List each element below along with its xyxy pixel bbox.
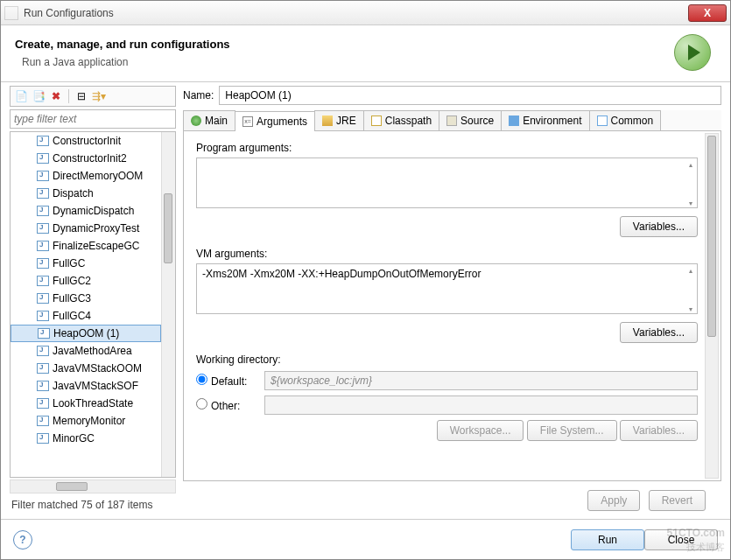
classpath-icon [371,116,382,126]
java-launch-icon [37,293,49,304]
new-config-icon[interactable]: 📄 [14,89,28,103]
left-toolbar: 📄 📑 ✖ ⊟ ⇶▾ [10,86,176,107]
tab-bar: Main x=Arguments JRE Classpath Source En… [183,110,721,131]
tree-item-label: FinalizeEscapeGC [53,240,139,252]
apply-button[interactable]: Apply [587,490,640,511]
vm-args-textarea[interactable] [196,263,698,314]
tree-item-label: FullGC4 [53,310,91,322]
tab-arguments[interactable]: x=Arguments [235,111,315,131]
workspace-button[interactable]: Workspace... [437,420,524,441]
tree-item-fullgc3[interactable]: FullGC3 [11,290,161,307]
tree-item-javamethodarea[interactable]: JavaMethodArea [11,342,161,360]
header-title: Create, manage, and run configurations [15,38,230,51]
java-launch-icon [37,416,49,426]
source-icon [446,116,457,126]
tree-item-dispatch[interactable]: Dispatch [11,185,161,202]
program-variables-button[interactable]: Variables... [620,216,698,237]
java-launch-icon [37,206,49,216]
footer: ? Run Close [1,519,730,559]
common-icon [597,116,608,126]
program-args-textarea[interactable] [196,158,698,208]
close-button[interactable]: Close [644,529,718,550]
tree-item-lookthreadstate[interactable]: LookThreadState [11,395,161,412]
revert-button[interactable]: Revert [649,490,706,511]
default-dir-field [264,371,698,390]
filter-menu-icon[interactable]: ⇶▾ [92,89,106,103]
program-args-label: Program arguments: [196,142,698,154]
tree-item-label: MinorGC [53,432,95,444]
vm-variables-button[interactable]: Variables... [620,322,698,343]
tree-item-fullgc2[interactable]: FullGC2 [11,272,161,290]
working-dir-label: Working directory: [196,354,698,366]
run-hero-icon [674,34,711,71]
java-launch-icon [37,311,49,321]
java-launch-icon [37,171,49,181]
content-scrollbar[interactable] [705,133,719,479]
tab-source[interactable]: Source [439,110,502,130]
java-launch-icon [37,153,49,164]
java-launch-icon [37,433,49,444]
tree-item-label: JavaMethodArea [53,345,132,357]
tree-scrollbar[interactable] [161,132,175,477]
tree-item-directmemoryoom[interactable]: DirectMemoryOOM [11,167,161,185]
delete-icon[interactable]: ✖ [49,89,63,103]
tree-item-finalizeescapegc[interactable]: FinalizeEscapeGC [11,237,161,255]
filter-input[interactable] [10,109,176,129]
java-launch-icon [37,223,49,234]
run-icon [191,116,201,126]
collapse-icon[interactable]: ⊟ [74,89,88,103]
app-icon [4,6,18,20]
java-launch-icon [37,136,49,146]
java-launch-icon [37,398,49,409]
filesystem-button[interactable]: File System... [527,420,617,441]
name-input[interactable] [219,86,721,105]
java-launch-icon [37,258,49,269]
java-launch-icon [37,241,49,251]
titlebar: Run Configurations X [1,1,730,25]
tree-item-memorymonitor[interactable]: MemoryMonitor [11,412,161,430]
tree-item-javavmstacksof[interactable]: JavaVMStackSOF [11,377,161,395]
wd-variables-button[interactable]: Variables... [620,420,698,441]
filter-status: Filter matched 75 of 187 items [10,494,176,511]
tree-item-label: ConstructorInit [53,135,121,147]
vm-args-label: VM arguments: [196,248,698,260]
tab-main[interactable]: Main [183,110,235,130]
tree-item-label: Dispatch [53,187,94,200]
java-launch-icon [38,328,50,339]
java-launch-icon [37,363,49,374]
window-close-button[interactable]: X [688,4,727,22]
header: Create, manage, and run configurations R… [1,25,730,82]
help-button[interactable]: ? [13,530,32,550]
tree-item-label: HeapOOM (1) [53,327,119,340]
tree-item-label: DynamicDispatch [53,205,134,217]
tab-environment[interactable]: Environment [501,110,589,130]
tree-hscrollbar[interactable] [10,480,176,494]
tree-item-fullgc[interactable]: FullGC [11,255,161,272]
java-launch-icon [37,381,49,391]
java-launch-icon [37,188,49,199]
tab-classpath[interactable]: Classpath [363,110,439,130]
tab-jre[interactable]: JRE [314,110,364,130]
tree-item-constructorinit2[interactable]: ConstructorInit2 [11,150,161,167]
tree-item-dynamicdispatch[interactable]: DynamicDispatch [11,202,161,220]
tree-item-minorgc[interactable]: MinorGC [11,430,161,447]
tree-item-javavmstackoom[interactable]: JavaVMStackOOM [11,360,161,377]
run-button[interactable]: Run [571,529,644,550]
window-title: Run Configurations [24,7,688,19]
duplicate-icon[interactable]: 📑 [32,89,46,103]
tab-common[interactable]: Common [589,110,662,130]
default-radio[interactable] [196,374,207,385]
jre-icon [322,116,333,126]
tree-item-label: JavaVMStackOOM [53,362,142,374]
tree-item-heapoom-1-[interactable]: HeapOOM (1) [11,325,161,342]
tree-item-label: ConstructorInit2 [53,152,127,164]
tree-item-label: DynamicProxyTest [53,222,139,234]
java-launch-icon [37,276,49,286]
other-radio[interactable] [196,398,207,410]
args-icon: x= [242,116,253,127]
left-panel: 📄 📑 ✖ ⊟ ⇶▾ ConstructorInitConstructorIni… [10,86,176,511]
tree-item-fullgc4[interactable]: FullGC4 [11,307,161,325]
tree-item-dynamicproxytest[interactable]: DynamicProxyTest [11,220,161,237]
tree-item-constructorinit[interactable]: ConstructorInit [11,132,161,150]
other-dir-field[interactable] [264,396,698,415]
